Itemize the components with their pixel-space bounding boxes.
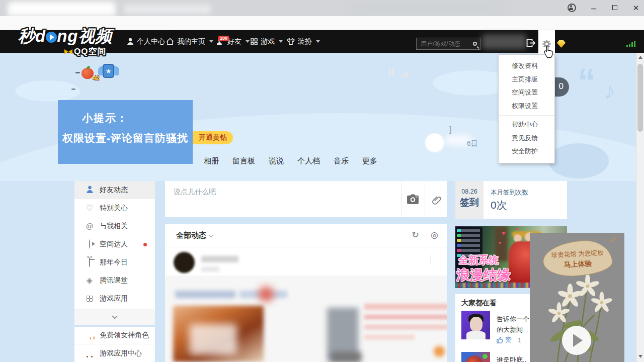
nav-search-box[interactable] bbox=[416, 38, 480, 50]
tab-music[interactable]: 音乐 bbox=[334, 156, 349, 166]
post-menu-button[interactable] bbox=[431, 255, 431, 264]
gem-icon: ◈ bbox=[85, 277, 95, 285]
like-row[interactable]: 赞 1 bbox=[497, 335, 521, 344]
sidebar-label: 特别关心 bbox=[100, 204, 128, 213]
promo-free-goddess-role[interactable]: 免费领女神角色 bbox=[74, 327, 155, 344]
checkin-button[interactable]: 08.26 签到 bbox=[455, 181, 484, 219]
watermark-text: 秒d bbox=[18, 27, 46, 45]
nav-games[interactable]: 游戏 bbox=[251, 30, 283, 53]
menu-item-home-layout[interactable]: 主页排版 bbox=[499, 73, 554, 86]
sidebar-item-related-to-me[interactable]: @与我相关 bbox=[74, 217, 155, 235]
flower-video-ad[interactable]: 珍贵花馆 为您绽放 马上体验 bbox=[530, 233, 624, 362]
sidebar-item-game-apps[interactable]: 游戏应用 bbox=[74, 290, 155, 308]
composer-placeholder[interactable]: 说点儿什么吧 bbox=[174, 188, 216, 197]
checkin-stat-value: 0次 bbox=[491, 198, 507, 212]
sidebar-item-that-year-today[interactable]: 那年今日 bbox=[74, 253, 155, 272]
yellow-diamond-button[interactable] bbox=[557, 40, 566, 48]
watermark-sub: QQ空间 bbox=[74, 47, 106, 56]
open-yellow-diamond-button[interactable]: 开通黄钻 bbox=[193, 131, 233, 144]
like-count: 1 bbox=[518, 336, 521, 344]
blurred-username bbox=[482, 34, 526, 49]
nav-friends[interactable]: 好友 bbox=[216, 30, 250, 53]
tab-shuoshuo[interactable]: 说说 bbox=[269, 156, 284, 166]
refresh-button[interactable]: ↻ bbox=[412, 229, 419, 240]
refresh-icon: ↻ bbox=[412, 230, 419, 240]
game-ad-line2: 浪漫结缘 bbox=[456, 266, 511, 284]
menu-item-help-center[interactable]: 帮助中心 bbox=[499, 118, 554, 132]
watching-thumb-2[interactable] bbox=[461, 352, 490, 362]
menu-item-space-settings[interactable]: 空间设置 bbox=[499, 86, 554, 100]
nav-my-home[interactable]: 我的主页 bbox=[166, 30, 213, 53]
sidebar-item-friend-feeds[interactable]: 好友动态 bbox=[74, 181, 155, 199]
promo-label: 免费领女神角色 bbox=[100, 331, 149, 340]
blurred-tab[interactable] bbox=[123, 4, 211, 14]
blurred-post-content bbox=[165, 276, 447, 362]
minimize-button[interactable]: – bbox=[586, 3, 601, 14]
nav-decorate[interactable]: 装扮 bbox=[287, 30, 320, 53]
restore-icon bbox=[612, 5, 617, 10]
star-badge-icon: ★ bbox=[103, 64, 114, 78]
watching-item-text[interactable]: 谁是卧底.. bbox=[497, 355, 526, 362]
target-icon: ◎ bbox=[431, 230, 438, 240]
blurred-post-avatar[interactable] bbox=[174, 252, 195, 273]
tab-more[interactable]: 更多 bbox=[362, 156, 377, 166]
search-input[interactable] bbox=[420, 40, 473, 48]
restore-button[interactable] bbox=[612, 5, 617, 10]
nav-label: 装扮 bbox=[298, 37, 312, 46]
blurred-image-highlight bbox=[189, 324, 237, 355]
search-icon bbox=[473, 42, 477, 46]
link-icon bbox=[431, 194, 441, 205]
watching-item-text[interactable]: 的大新闻 bbox=[497, 325, 523, 334]
menu-item-edit-profile[interactable]: 修改资料 bbox=[499, 59, 554, 73]
blurred-tab[interactable] bbox=[8, 2, 116, 16]
chevron-down-icon bbox=[209, 232, 214, 237]
scrollbar-thumb[interactable] bbox=[637, 64, 643, 132]
deco-blob bbox=[548, 143, 609, 178]
scroll-down-arrow[interactable] bbox=[638, 355, 642, 358]
feed-card: 全部动态 ↻ ◎ bbox=[165, 224, 447, 362]
tab-message-board[interactable]: 留言板 bbox=[232, 156, 255, 166]
thumbs-up-icon bbox=[497, 337, 503, 343]
tip-box: 小提示： 权限设置-评论留言防骚扰 bbox=[58, 100, 193, 164]
watching-thumb-1[interactable] bbox=[461, 311, 490, 339]
tab-albums[interactable]: 相册 bbox=[204, 156, 219, 166]
feed-filter[interactable]: 全部动态 bbox=[176, 231, 213, 240]
attach-link-button[interactable] bbox=[431, 194, 441, 207]
winged-star-badge[interactable]: ★ bbox=[99, 63, 119, 81]
sidebar-item-special-care[interactable]: ♡特别关心 bbox=[74, 199, 155, 217]
attach-photo-button[interactable] bbox=[407, 194, 419, 207]
signal-bars-icon[interactable] bbox=[626, 38, 636, 47]
watching-item-text[interactable]: 告诉你一个 bbox=[497, 315, 529, 324]
flower-ad-cta[interactable]: 马上体验 bbox=[543, 258, 612, 270]
close-button[interactable]: ✕ bbox=[628, 3, 643, 14]
logout-button[interactable] bbox=[526, 39, 536, 49]
scroll-up-arrow[interactable] bbox=[638, 56, 642, 59]
browser-scrollbar[interactable] bbox=[636, 53, 644, 362]
bow-icon bbox=[64, 49, 72, 54]
checkin-stat-label: 本月签到次数 bbox=[491, 189, 528, 197]
menu-item-permission-settings[interactable]: 权限设置 bbox=[499, 100, 554, 113]
menu-item-security[interactable]: 安全防护 bbox=[499, 145, 554, 158]
post-composer: 说点儿什么吧 bbox=[165, 181, 447, 217]
sidebar-collapse-button[interactable] bbox=[74, 309, 155, 325]
menu-item-feedback[interactable]: 意见反馈 bbox=[499, 132, 554, 145]
blurred-red-line bbox=[364, 315, 447, 319]
promo-game-app-center[interactable]: 游戏应用中心 bbox=[74, 345, 155, 362]
chevron-down-icon bbox=[209, 40, 213, 43]
video-play-button[interactable] bbox=[562, 326, 591, 355]
settings-dropdown-menu: 修改资料 主页排版 空间设置 权限设置 帮助中心 意见反馈 安全防护 bbox=[498, 54, 555, 163]
sidebar-item-space-talent[interactable]: 空间达人 bbox=[74, 235, 155, 253]
blurred-post-time bbox=[201, 267, 219, 272]
feed-settings-button[interactable]: ◎ bbox=[431, 230, 438, 240]
tab-personal-file[interactable]: 个人档 bbox=[297, 156, 320, 166]
browser-profile-button[interactable] bbox=[568, 4, 576, 12]
shirt-icon bbox=[287, 38, 295, 45]
home-icon bbox=[166, 38, 174, 45]
menu-divider bbox=[499, 115, 554, 116]
nav-personal-center[interactable]: 个人中心 bbox=[127, 30, 165, 53]
sidebar-item-tencent-classroom[interactable]: ◈腾讯课堂 bbox=[74, 272, 155, 290]
divider bbox=[425, 181, 425, 217]
chevron-down-icon bbox=[279, 40, 283, 43]
checkin-date: 08.26 bbox=[455, 188, 484, 195]
fruit-level-badge[interactable]: 42 bbox=[82, 66, 96, 79]
